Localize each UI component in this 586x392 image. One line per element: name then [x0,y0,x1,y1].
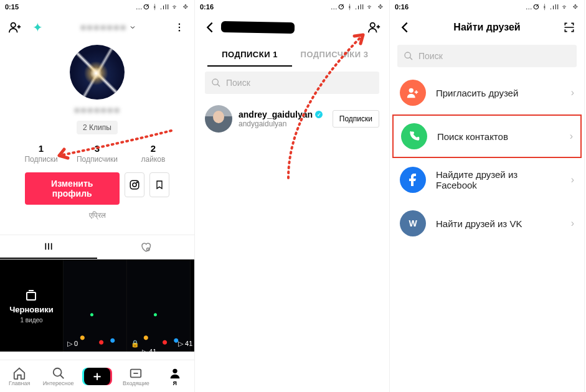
facebook-icon [400,167,426,193]
status-icons: …ⵚ ᚼ .ıll ᯤ ᪣ [526,3,579,11]
status-bar: 0:16 …ⵚ ᚼ .ıll ᯤ ᪣ [390,0,584,14]
tab-followers[interactable]: ПОДПИСЧИКИ 3 [292,44,377,67]
nav-discover[interactable]: Интересное [39,360,77,392]
nav-create[interactable]: ＋ [78,360,116,392]
profile-header: ●●●●●●● 2 Клипы [0,45,194,134]
nav-inbox[interactable]: Входящие [116,360,155,392]
option-label: Пригласить друзей [436,88,561,98]
bottom-nav: Главная Интересное ＋ Входящие Я [0,360,194,392]
tab-liked-icon[interactable] [97,235,194,259]
search-icon [52,366,65,380]
svg-point-0 [11,23,16,27]
svg-point-14 [405,52,410,58]
chevron-right-icon: › [571,87,574,98]
svg-point-12 [371,23,375,27]
drafts-title: Черновики [9,305,54,314]
option-label: Найти друзей из VK [436,218,561,229]
svg-point-2 [179,27,180,28]
option-label: Поиск контактов [437,131,560,142]
svg-point-3 [179,30,180,31]
status-time: 0:16 [200,3,214,11]
chevron-right-icon: › [571,218,574,229]
nav-home[interactable]: Главная [0,360,39,392]
sparkle-icon[interactable]: ✦ [29,19,46,36]
content-tabs [0,235,194,259]
bookmark-button[interactable] [149,172,169,197]
user-name: andrey_gaidulyan [239,110,313,119]
edit-profile-button[interactable]: Изменить профиль [25,172,120,205]
user-name-row: andrey_gaidulyan ✓ [239,110,326,119]
avatar[interactable] [70,45,125,100]
bio-text: एप्रिल [0,211,194,220]
nav-label: Главная [9,380,30,386]
inbox-icon [129,366,143,380]
nav-label: Входящие [123,380,149,386]
add-friend-icon[interactable] [6,19,24,36]
username-dropdown[interactable]: ●●●●●●● [51,22,166,33]
search-placeholder: Поиск [226,78,250,88]
lock-icon: 🔒 [131,340,139,348]
user-row[interactable]: andrey_gaidulyan ✓ andygaidulyan Подписк… [195,99,389,139]
nav-label: Интересное [43,380,74,386]
chevron-right-icon: › [571,174,574,185]
svg-point-7 [147,248,150,251]
svg-point-6 [136,182,138,183]
status-icons: …ⵚ ᚼ .ıll ᯤ ᪣ [331,3,384,11]
stat-followers[interactable]: 3 Подписчики [69,143,125,164]
more-icon[interactable] [171,19,188,36]
svg-point-1 [179,24,180,25]
svg-point-11 [172,368,177,373]
chevron-down-icon [129,24,136,31]
search-input[interactable]: Поиск [205,72,379,94]
video-cell-3[interactable]: ▷ 41 [191,259,194,352]
video-cell-1[interactable]: ▷ 0 [64,259,127,352]
top-bar: ✦ ●●●●●●● [0,14,194,41]
phone-icon [401,123,427,149]
scan-icon[interactable] [560,19,578,36]
vk-icon: W [400,210,426,236]
status-bar: 0:16 …ⵚ ᚼ .ıll ᯤ ᪣ [195,0,389,14]
svg-point-15 [409,88,414,93]
chevron-right-icon: › [570,131,573,142]
option-vk[interactable]: W Найти друзей из VK › [390,202,584,245]
following-button[interactable]: Подписки [333,110,379,128]
follow-tabs: ПОДПИСКИ 1 ПОДПИСЧИКИ 3 [195,44,389,67]
svg-point-13 [212,79,218,85]
home-icon [12,366,26,380]
add-friend-icon[interactable] [366,19,383,36]
video-cell-2[interactable]: 🔒 [127,259,191,352]
option-contacts[interactable]: Поиск контактов › [392,114,582,158]
tab-following[interactable]: ПОДПИСКИ 1 [207,44,292,67]
play-count: ▷ 0 [67,340,78,348]
stat-following[interactable]: 1 Подписки [13,143,69,164]
screen-following: 0:16 …ⵚ ᚼ .ıll ᯤ ᪣ ПОДПИСКИ 1 ПОДПИСЧИКИ… [195,0,390,392]
back-icon[interactable] [201,19,219,36]
status-time: 0:15 [5,3,19,11]
status-time: 0:16 [395,3,409,11]
screen-find-friends: 0:16 …ⵚ ᚼ .ıll ᯤ ᪣ Найти друзей Поиск Пр… [390,0,585,392]
stat-likes[interactable]: 2 лайков [125,143,181,164]
play-count-3: ▷ 41 [142,348,156,356]
drafts-cell[interactable]: Черновики 1 видео [0,259,64,352]
tab-grid-icon[interactable] [0,235,97,259]
stats-row: 1 Подписки 3 Подписчики 2 лайков [0,143,194,164]
nav-label: Я [173,380,177,386]
option-invite[interactable]: Пригласить друзей › [390,71,584,114]
user-text: andrey_gaidulyan ✓ andygaidulyan [239,110,326,128]
person-icon [168,366,182,380]
option-facebook[interactable]: Найдите друзей из Facebook › [390,158,584,202]
instagram-button[interactable] [125,172,144,197]
verified-icon: ✓ [315,111,323,118]
search-input[interactable]: Поиск [397,45,577,67]
svg-rect-8 [27,292,35,300]
user-avatar [205,105,232,133]
nav-me[interactable]: Я [156,360,194,392]
top-bar: Найти друзей [390,14,584,41]
search-icon [211,78,221,88]
back-icon[interactable] [396,19,414,36]
action-row: Изменить профиль [0,172,194,205]
clips-chip[interactable]: 2 Клипы [77,121,118,134]
title-redacted [224,24,361,31]
play-count: ▷ 41 [178,340,192,348]
option-label: Найдите друзей из Facebook [436,169,561,190]
